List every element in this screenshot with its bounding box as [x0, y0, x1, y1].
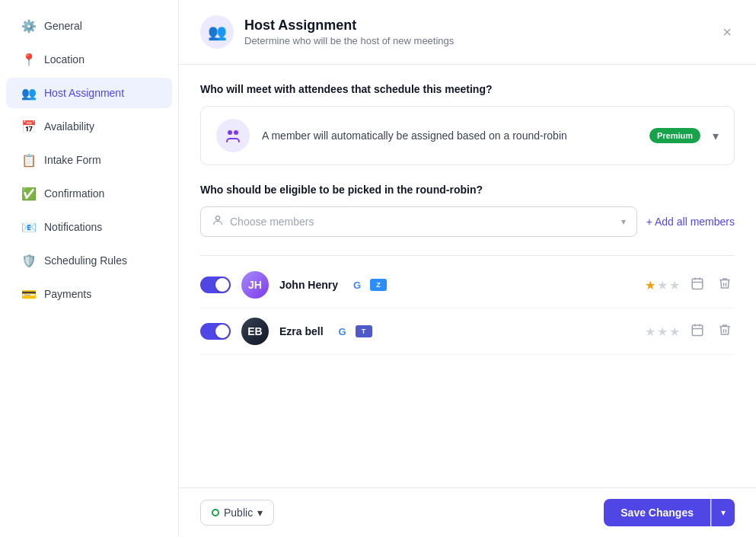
sidebar-item-general[interactable]: ⚙️ General	[6, 11, 172, 41]
sidebar-item-label: Notifications	[44, 221, 102, 233]
ezra-bell-toggle[interactable]	[200, 323, 231, 340]
zoom-icon: Z	[370, 279, 387, 291]
scheduling-rules-icon: 🛡️	[21, 253, 37, 268]
public-chevron-icon: ▾	[257, 507, 263, 519]
star-1[interactable]: ★	[645, 324, 656, 339]
john-henry-delete-button[interactable]	[715, 273, 735, 297]
ezra-bell-integrations: G T	[334, 323, 634, 340]
public-button[interactable]: Public ▾	[200, 500, 274, 526]
sidebar-item-label: Location	[44, 53, 85, 66]
star-3[interactable]: ★	[669, 278, 680, 292]
sidebar-item-payments[interactable]: 💳 Payments	[6, 279, 172, 309]
sidebar-item-label: Scheduling Rules	[44, 254, 127, 267]
sidebar-item-confirmation[interactable]: ✅ Confirmation	[6, 178, 172, 209]
john-henry-stars: ★ ★ ★	[645, 278, 680, 292]
payments-icon: 💳	[21, 286, 37, 302]
close-button[interactable]: ×	[719, 21, 735, 43]
round-robin-icon	[224, 126, 242, 145]
sidebar-item-label: General	[44, 20, 82, 32]
ezra-bell-delete-button[interactable]	[715, 320, 735, 344]
ezra-bell-avatar: EB	[241, 318, 269, 345]
sidebar: ⚙️ General 📍 Location 👥 Host Assignment …	[0, 0, 179, 537]
footer: Public ▾ Save Changes ▾	[179, 487, 756, 537]
intake-form-icon: 📋	[21, 152, 37, 168]
member-row: EB Ezra bell G T ★ ★ ★	[200, 308, 735, 355]
members-dropdown-placeholder: Choose members	[230, 216, 615, 228]
assignment-card[interactable]: A member will automatically be assigned …	[200, 106, 735, 165]
assignment-card-text: A member will automatically be assigned …	[262, 129, 637, 142]
location-icon: 📍	[21, 52, 37, 67]
sidebar-item-intake-form[interactable]: 📋 Intake Form	[6, 145, 172, 175]
add-all-members-link[interactable]: + Add all members	[646, 216, 735, 228]
header-icon-wrap: 👥	[200, 15, 234, 49]
header-text: Host Assignment Determine who will be th…	[244, 18, 454, 46]
star-1[interactable]: ★	[645, 278, 656, 292]
star-2[interactable]: ★	[657, 324, 668, 339]
svg-rect-7	[692, 325, 703, 336]
sidebar-item-availability[interactable]: 📅 Availability	[6, 111, 172, 142]
availability-icon: 📅	[21, 119, 37, 134]
sidebar-item-location[interactable]: 📍 Location	[6, 44, 172, 75]
star-2[interactable]: ★	[657, 278, 668, 292]
ezra-bell-actions: ★ ★ ★	[645, 320, 735, 344]
sidebar-item-label: Confirmation	[44, 187, 104, 200]
round-robin-icon-wrap	[216, 119, 250, 152]
john-henry-actions: ★ ★ ★	[645, 273, 735, 297]
ezra-bell-calendar-button[interactable]	[687, 320, 707, 344]
sidebar-item-label: Payments	[44, 288, 91, 300]
member-row: JH John Henry G Z ★ ★ ★	[200, 262, 735, 308]
john-henry-calendar-button[interactable]	[687, 273, 707, 297]
premium-badge: Premium	[649, 128, 700, 143]
john-henry-avatar: JH	[241, 271, 269, 299]
svg-rect-3	[692, 279, 703, 289]
members-dropdown-person-icon	[212, 214, 224, 229]
ezra-bell-stars: ★ ★ ★	[645, 324, 680, 339]
svg-point-2	[215, 216, 219, 220]
google-icon: G	[334, 323, 351, 340]
content-body: Who will meet with attendees that schedu…	[179, 65, 756, 487]
page-title: Host Assignment	[244, 18, 454, 34]
sidebar-item-scheduling-rules[interactable]: 🛡️ Scheduling Rules	[6, 245, 172, 276]
main-content: 👥 Host Assignment Determine who will be …	[179, 0, 756, 537]
public-label: Public	[224, 507, 253, 519]
header-icon: 👥	[208, 23, 227, 41]
header-left: 👥 Host Assignment Determine who will be …	[200, 15, 454, 49]
members-select-row: Choose members ▾ + Add all members	[200, 206, 735, 237]
sidebar-item-notifications[interactable]: 📧 Notifications	[6, 212, 172, 242]
google-icon: G	[349, 276, 365, 293]
sidebar-item-label: Availability	[44, 120, 94, 133]
star-3[interactable]: ★	[669, 324, 680, 339]
members-dropdown[interactable]: Choose members ▾	[200, 206, 637, 237]
sidebar-item-label: Host Assignment	[44, 87, 124, 99]
general-icon: ⚙️	[21, 18, 37, 34]
eligible-section: Who should be eligible to be picked in t…	[200, 184, 735, 237]
save-changes-button[interactable]: Save Changes	[604, 499, 710, 526]
notifications-icon: 📧	[21, 219, 37, 235]
assignment-chevron-button[interactable]: ▾	[713, 129, 719, 143]
ezra-bell-name: Ezra bell	[279, 325, 324, 337]
john-henry-name: John Henry	[279, 279, 338, 291]
question-1-label: Who will meet with attendees that schedu…	[200, 83, 735, 95]
question-2-label: Who should be eligible to be picked in t…	[200, 184, 735, 196]
teams-icon: T	[356, 325, 372, 337]
sidebar-item-host-assignment[interactable]: 👥 Host Assignment	[6, 78, 172, 108]
john-henry-toggle[interactable]	[200, 276, 231, 293]
john-henry-integrations: G Z	[349, 276, 634, 293]
page-subtitle: Determine who will be the host of new me…	[244, 35, 454, 46]
members-divider	[200, 255, 735, 256]
content-header: 👥 Host Assignment Determine who will be …	[179, 0, 756, 65]
members-dropdown-chevron-icon: ▾	[621, 216, 626, 227]
host-assignment-icon: 👥	[21, 85, 37, 101]
public-status-dot	[212, 509, 219, 516]
save-group: Save Changes ▾	[604, 499, 735, 526]
svg-point-1	[234, 130, 238, 135]
svg-point-0	[228, 130, 232, 135]
confirmation-icon: ✅	[21, 186, 37, 201]
sidebar-item-label: Intake Form	[44, 154, 101, 166]
save-dropdown-button[interactable]: ▾	[711, 499, 735, 526]
